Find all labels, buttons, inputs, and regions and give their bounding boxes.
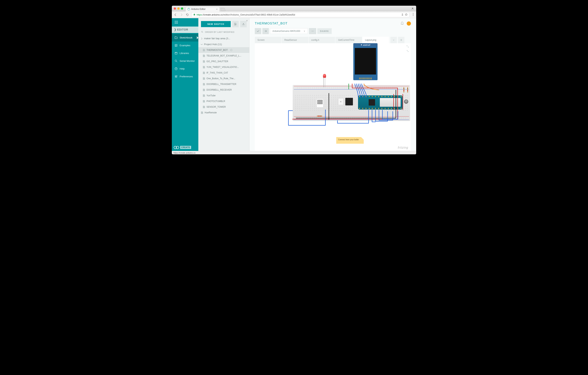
layout-canvas[interactable]: ★adafruit! bbox=[255, 43, 411, 151]
resistor bbox=[403, 87, 404, 92]
sidebar-item-label: Help bbox=[179, 67, 185, 70]
svg-point-4 bbox=[413, 13, 413, 13]
chevron-down-icon: ❯ bbox=[201, 44, 203, 45]
arduino-create-badge[interactable]: CREATE bbox=[172, 144, 198, 151]
sidebar-item-serial-monitor[interactable]: Serial Monitor bbox=[172, 57, 198, 65]
sketch-thermostat-bot[interactable]: THERMOSTAT_BOT bbox=[198, 47, 249, 53]
folder-icon bbox=[174, 36, 178, 39]
traffic-lights[interactable] bbox=[174, 7, 183, 10]
svg-point-12 bbox=[176, 77, 176, 77]
sketch-tree: ❯ maker fair bay area (3... ❯ Project Hu… bbox=[198, 35, 249, 151]
tab-screen[interactable]: Screen bbox=[255, 37, 281, 43]
sketch-yun-tweet[interactable]: YUN_TWEET_VISUALIZATIO... bbox=[198, 64, 249, 70]
circuit-diagram: ★adafruit! bbox=[272, 43, 401, 145]
file-icon bbox=[203, 106, 205, 108]
site-info-icon[interactable] bbox=[401, 13, 404, 16]
svg-point-13 bbox=[177, 76, 177, 76]
tab-close-icon[interactable]: × bbox=[216, 8, 218, 11]
list-icon bbox=[174, 44, 178, 47]
editor-toolbar: Arduino/Genuino MKR1000▼ SHARE bbox=[250, 28, 416, 37]
notifications-icon[interactable] bbox=[400, 21, 404, 26]
file-icon bbox=[203, 60, 205, 63]
svg-point-0 bbox=[412, 8, 413, 9]
reload-button[interactable] bbox=[186, 13, 189, 16]
sketch-telegram-bot[interactable]: TELEGRAM_BOT_EXAMPLE_L... bbox=[198, 53, 249, 59]
share-button[interactable]: SHARE bbox=[317, 28, 332, 34]
chevron-right-icon: ❯ bbox=[201, 37, 202, 39]
url-text: https://create.arduino.cc/editor/Arduino… bbox=[197, 13, 400, 16]
file-icon bbox=[203, 100, 205, 103]
sketch-photo2tumblr[interactable]: PHOTO2TUMBLR bbox=[198, 99, 249, 104]
svg-point-9 bbox=[175, 60, 177, 62]
sketch-one-button[interactable]: One_Button_To_Rule_The... bbox=[198, 76, 249, 81]
bookmark-star-icon[interactable] bbox=[405, 13, 408, 16]
sidebar-item-examples[interactable]: Examples bbox=[172, 42, 198, 49]
svg-point-5 bbox=[413, 14, 413, 15]
chrome-menu-icon[interactable] bbox=[412, 13, 414, 17]
tab-dropdown-button[interactable] bbox=[390, 37, 397, 43]
library-icon bbox=[174, 52, 178, 55]
help-icon bbox=[174, 67, 178, 70]
address-bar[interactable]: https://create.arduino.cc/editor/Arduino… bbox=[191, 12, 409, 17]
sidebar-item-label: Libraries bbox=[179, 52, 189, 55]
app-sidebar: ❯EDITOR Sketchbook Examples Libraries Se… bbox=[172, 18, 198, 151]
svg-point-6 bbox=[413, 15, 413, 16]
upload-cloud-button[interactable] bbox=[240, 21, 247, 27]
forward-button[interactable] bbox=[180, 13, 183, 16]
sketchbook-panel: × NEW SKETCH ORDER BY LAST MODIFIED ❯ ma… bbox=[198, 18, 250, 151]
sidebar-item-label: Preferences bbox=[179, 75, 193, 78]
import-button[interactable] bbox=[232, 21, 239, 27]
svg-rect-3 bbox=[402, 15, 403, 16]
panel-close-icon[interactable]: × bbox=[246, 19, 248, 22]
chevron-right-icon: ❯ bbox=[174, 28, 177, 31]
sketch-doorbell-tx[interactable]: DOORBELL_TRANSMITTER bbox=[198, 81, 249, 87]
tab-config[interactable]: config.h bbox=[309, 37, 335, 43]
wires bbox=[272, 43, 401, 145]
order-by-row[interactable]: ORDER BY LAST MODIFIED bbox=[198, 29, 249, 35]
svg-rect-8 bbox=[175, 52, 177, 55]
folder-maker-fair[interactable]: ❯ maker fair bay area (3... bbox=[198, 35, 249, 41]
more-options-button[interactable] bbox=[309, 28, 316, 34]
folder-project-hub[interactable]: ❯ Project Hub (11) bbox=[198, 41, 249, 47]
svg-point-11 bbox=[175, 76, 176, 77]
new-sketch-button[interactable]: NEW SKETCH bbox=[201, 21, 231, 27]
sketch-yuntube[interactable]: YunTube bbox=[198, 93, 249, 99]
board-selector[interactable]: Arduino/Genuino MKR1000▼ bbox=[270, 28, 308, 34]
apps-grid-icon[interactable] bbox=[172, 18, 198, 27]
sidebar-item-preferences[interactable]: Preferences bbox=[172, 73, 198, 80]
sketch-doorbell-rx[interactable]: DOORBELL_RECEIVER bbox=[198, 87, 249, 93]
editor-brand: ❯EDITOR bbox=[172, 27, 198, 33]
tab-readsensor[interactable]: ReadSensor bbox=[282, 37, 308, 43]
sketch-hueremote[interactable]: HueRemote bbox=[198, 110, 249, 115]
expand-icon[interactable] bbox=[406, 45, 409, 49]
chevron-down-icon: ▼ bbox=[304, 30, 305, 32]
sidebar-item-libraries[interactable]: Libraries bbox=[172, 49, 198, 57]
sketch-go-pro-shutter[interactable]: GO_PRO_SHUTTER bbox=[198, 59, 249, 64]
file-icon bbox=[203, 94, 205, 97]
sketch-if-this-than-cat[interactable]: IF_THIS_THAN_CAT bbox=[198, 70, 249, 76]
resistor bbox=[407, 87, 408, 92]
project-title: THERMOSTAT_BOT bbox=[255, 22, 288, 25]
svg-point-17 bbox=[313, 31, 314, 31]
sketch-sensor-tower[interactable]: SENSOR_TOWER bbox=[198, 104, 249, 110]
push-buttons bbox=[404, 99, 411, 104]
collapse-icon[interactable] bbox=[406, 50, 409, 53]
tab-layout-png[interactable]: Layout.png bbox=[362, 37, 389, 43]
new-tab-button[interactable] bbox=[220, 8, 226, 11]
upload-button[interactable] bbox=[262, 28, 269, 34]
editor-tabs: Screen ReadSensor config.h GetCurrentTim… bbox=[250, 37, 416, 43]
arduino-logo-icon bbox=[174, 146, 179, 149]
chrome-profile-icon[interactable] bbox=[411, 7, 414, 10]
file-icon bbox=[203, 89, 205, 91]
back-button[interactable] bbox=[174, 13, 177, 16]
svg-point-15 bbox=[312, 31, 312, 31]
user-avatar[interactable] bbox=[407, 22, 411, 26]
sidebar-item-help[interactable]: Help bbox=[172, 65, 198, 73]
search-icon bbox=[201, 31, 203, 33]
browser-tab[interactable]: Arduino Editor × bbox=[185, 7, 220, 11]
verify-button[interactable] bbox=[255, 28, 261, 34]
sidebar-item-sketchbook[interactable]: Sketchbook bbox=[172, 34, 198, 42]
tab-getcurrenttime[interactable]: GetCurrentTime bbox=[336, 37, 362, 43]
tab-list-button[interactable] bbox=[398, 37, 404, 43]
lock-icon bbox=[193, 13, 196, 16]
